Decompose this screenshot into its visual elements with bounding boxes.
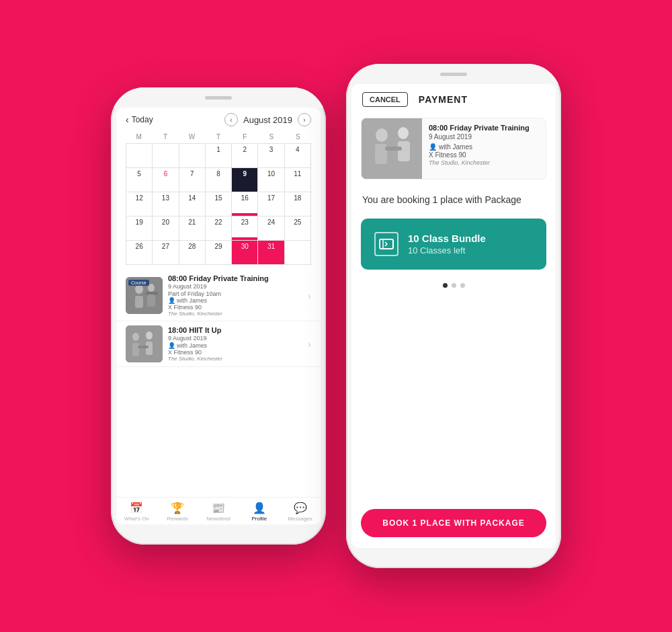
instructor-icon: 👤 xyxy=(429,143,437,151)
cal-cell[interactable]: 15 xyxy=(206,192,232,216)
cal-cell[interactable]: 12 xyxy=(126,192,153,216)
prev-month-button[interactable]: ‹ xyxy=(224,113,238,126)
cal-cell[interactable]: 20 xyxy=(153,216,179,241)
event-item-2[interactable]: 18:00 HIIT It Up 9 August 2019 👤 with Ja… xyxy=(116,321,321,367)
event-arrow-2: › xyxy=(308,339,311,350)
cal-cell[interactable]: 23 xyxy=(232,216,258,241)
svg-point-13 xyxy=(376,128,388,142)
cal-cell[interactable]: 30 xyxy=(232,241,258,265)
cal-cell-today[interactable]: 9 xyxy=(232,168,258,192)
day-t2: T xyxy=(205,132,231,142)
dot-3[interactable] xyxy=(460,283,465,288)
cal-cell[interactable]: 4 xyxy=(285,144,311,168)
cal-cell[interactable]: 14 xyxy=(179,192,206,216)
payment-event-location: The Studio, Kinchester xyxy=(429,159,539,166)
cal-cell[interactable]: 19 xyxy=(126,216,153,241)
svg-rect-17 xyxy=(385,147,402,151)
cal-cell[interactable]: 25 xyxy=(285,216,311,241)
profile-icon: 👤 xyxy=(253,502,266,514)
event-arrow-1: › xyxy=(308,290,311,301)
event-title-2: 18:00 HIIT It Up xyxy=(168,326,302,334)
today-label: Today xyxy=(132,115,153,124)
payment-event-date: 9 August 2019 xyxy=(429,133,539,141)
cal-cell[interactable]: 24 xyxy=(258,216,284,241)
cal-cell[interactable]: 31 xyxy=(258,241,284,265)
svg-point-7 xyxy=(132,333,139,341)
cal-cell[interactable]: 6 xyxy=(153,168,179,192)
event-gym-1: X Fitness 90 xyxy=(168,304,302,311)
rewards-label: Rewards xyxy=(167,516,188,522)
cal-cell[interactable]: 26 xyxy=(126,241,153,265)
month-navigation: ‹ August 2019 › xyxy=(224,113,311,126)
day-w: W xyxy=(179,132,205,142)
day-t1: T xyxy=(152,132,178,142)
event-item-1[interactable]: Course 08:00 Friday Private Training 9 xyxy=(116,270,321,321)
package-name: 10 Class Bundle xyxy=(408,233,533,244)
nav-profile[interactable]: 👤 Profile xyxy=(239,502,280,522)
days-header: M T W T F S S xyxy=(126,132,311,142)
cal-cell[interactable]: 10 xyxy=(258,168,284,192)
nav-messages[interactable]: 💬 Messages xyxy=(280,502,321,522)
event-date-2: 9 August 2019 xyxy=(168,335,302,342)
cal-cell[interactable]: 7 xyxy=(179,168,206,192)
event-badge: Course xyxy=(128,280,149,286)
event-info-1: 08:00 Friday Private Training 9 August 2… xyxy=(168,274,302,317)
payment-event-instructor: 👤 with James xyxy=(429,143,539,151)
cal-cell[interactable]: 18 xyxy=(285,192,311,216)
cal-cell[interactable]: 28 xyxy=(179,241,206,265)
package-card[interactable]: 10 Class Bundle 10 Classes left xyxy=(361,219,546,270)
cal-cell[interactable]: 3 xyxy=(258,144,284,168)
rewards-icon: 🏆 xyxy=(171,502,184,514)
book-button[interactable]: BOOK 1 PLACE WITH PACKAGE xyxy=(361,509,546,537)
cal-cell[interactable]: 5 xyxy=(126,168,153,192)
payment-title: PAYMENT xyxy=(419,94,468,105)
payment-header: CANCEL PAYMENT xyxy=(351,84,556,112)
phone-notch-right xyxy=(346,64,561,84)
cal-cell[interactable]: 29 xyxy=(206,241,232,265)
calendar-screen: ‹ Today ‹ August 2019 › M T W T F S xyxy=(116,108,321,524)
cancel-button[interactable]: CANCEL xyxy=(362,92,408,107)
dot-2[interactable] xyxy=(452,283,456,288)
nav-rewards[interactable]: 🏆 Rewards xyxy=(157,502,198,522)
messages-label: Messages xyxy=(288,516,312,522)
payment-event-image xyxy=(362,118,422,179)
payment-event-gym: X Fitness 90 xyxy=(429,151,539,159)
cal-cell[interactable]: 8 xyxy=(206,168,232,192)
booking-text: You are booking 1 place with Package xyxy=(351,185,556,212)
cal-cell[interactable]: 11 xyxy=(285,168,311,192)
nav-newsfeed[interactable]: 📰 Newsfeed xyxy=(198,502,239,522)
package-icon xyxy=(374,232,398,256)
calendar-grid: M T W T F S S 1 2 3 4 xyxy=(116,132,321,265)
event-gym-2: X Fitness 90 xyxy=(168,349,302,356)
event-studio-1: The Studio, Kinchester xyxy=(168,311,302,317)
event-title-1: 08:00 Friday Private Training xyxy=(168,274,302,282)
nav-whats-on[interactable]: 📅 What's On xyxy=(116,502,157,522)
svg-point-1 xyxy=(135,284,143,294)
newsfeed-label: Newsfeed xyxy=(206,516,230,522)
profile-label: Profile xyxy=(251,516,267,522)
cal-cell[interactable]: 2 xyxy=(232,144,258,168)
cal-cell[interactable]: 13 xyxy=(153,192,179,216)
dot-1[interactable] xyxy=(443,283,448,288)
svg-rect-8 xyxy=(132,343,139,356)
cal-cell[interactable]: 21 xyxy=(179,216,206,241)
whats-on-icon: 📅 xyxy=(130,502,143,514)
cal-cell[interactable]: 22 xyxy=(206,216,232,241)
today-nav[interactable]: ‹ Today xyxy=(126,114,153,125)
phone-notch-left xyxy=(111,87,326,108)
svg-rect-14 xyxy=(375,144,387,164)
event-thumbnail-1: Course xyxy=(126,277,163,314)
svg-rect-5 xyxy=(147,294,155,307)
cal-cell[interactable]: 1 xyxy=(206,144,232,168)
ticket-icon xyxy=(378,236,394,252)
cal-cell[interactable]: 27 xyxy=(153,241,179,265)
next-month-button[interactable]: › xyxy=(298,113,311,126)
payment-event-details: 08:00 Friday Private Training 9 August 2… xyxy=(422,118,546,179)
event-instructor-2: 👤 with James xyxy=(168,342,302,349)
payment-workout-image xyxy=(362,118,422,179)
cal-cell[interactable]: 17 xyxy=(258,192,284,216)
part-of-label: Part of Friday 10am xyxy=(168,290,221,297)
speaker-right xyxy=(440,73,467,76)
carousel-dots xyxy=(351,283,556,288)
cal-cell[interactable]: 16 xyxy=(232,192,258,216)
